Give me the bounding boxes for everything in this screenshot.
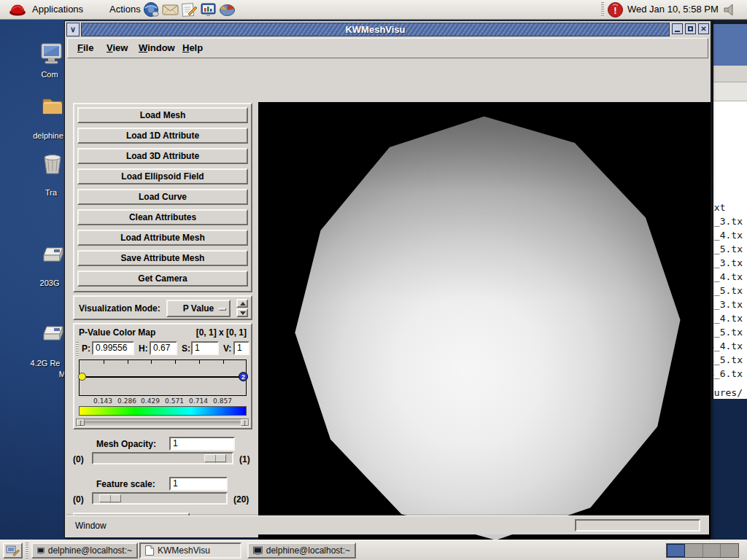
load-1d-attribute-button[interactable]: Load 1D Attribute xyxy=(77,128,248,144)
disk-42g-label-line2[interactable]: Me xyxy=(20,370,70,378)
disk-42g-label-line1[interactable]: 4.2G Re xyxy=(20,359,70,368)
p-field-label: P: xyxy=(82,343,90,354)
load-attribute-mesh-button[interactable]: Load Attribute Mesh xyxy=(77,230,248,246)
workspace-2[interactable] xyxy=(685,544,703,557)
task-kwmeshvisu[interactable]: KWMeshVisu xyxy=(139,542,241,559)
mesh-opacity-input[interactable]: 1 xyxy=(169,437,235,451)
maximize-button[interactable] xyxy=(685,23,696,34)
h-field-input[interactable]: 0.67 xyxy=(150,341,177,355)
terminal-line: 3_4.tx xyxy=(712,313,747,324)
editor-tick xyxy=(104,360,104,364)
clock[interactable]: Wed Jan 10, 5:58 PM xyxy=(627,0,719,19)
load-curve-button[interactable]: Load Curve xyxy=(77,189,248,205)
terminal-line: 4_5.tx xyxy=(712,354,747,365)
range-slider-track[interactable] xyxy=(85,421,241,424)
mesh-opacity-slider-handle[interactable] xyxy=(204,454,226,462)
colormap-gradient-bar xyxy=(79,406,247,416)
arrow-up-icon xyxy=(240,302,246,306)
word-processor-launcher-icon[interactable] xyxy=(181,1,198,18)
disk-203g-icon[interactable] xyxy=(41,245,66,265)
pie-chart-launcher-icon[interactable] xyxy=(219,1,236,18)
applications-menu[interactable]: Applications xyxy=(29,0,86,19)
axis-tick-label: 0.571 xyxy=(162,397,187,405)
terminal-toolbar[interactable] xyxy=(713,82,747,101)
load-mesh-button[interactable]: Load Mesh xyxy=(77,107,248,123)
menu-help[interactable]: Help xyxy=(182,39,203,58)
range-handle-right[interactable]: [ xyxy=(241,419,249,426)
load-3d-attribute-button[interactable]: Load 3D Attribute xyxy=(77,148,248,164)
control-point-end[interactable]: 2 xyxy=(239,372,248,381)
trash-icon[interactable] xyxy=(41,152,64,176)
s-field-label: S: xyxy=(182,343,190,354)
delphine-folder-icon[interactable] xyxy=(41,95,64,117)
mesh-opacity-slider[interactable] xyxy=(92,452,233,464)
statusbar: Window xyxy=(66,516,709,534)
menu-view[interactable]: View xyxy=(107,39,128,58)
load-ellipsoid-field-button[interactable]: Load Ellipsoid Field xyxy=(77,168,248,184)
close-icon: ✕ xyxy=(699,24,708,34)
terminal-titlebar[interactable] xyxy=(713,24,747,66)
feature-scale-input[interactable]: 1 xyxy=(169,477,228,491)
save-attribute-mesh-button[interactable]: Save Attribute Mesh xyxy=(77,250,248,266)
feature-scale-slider-handle[interactable] xyxy=(99,494,121,502)
document-icon xyxy=(145,545,154,556)
workspace-3[interactable] xyxy=(703,544,721,557)
task-label: delphine@localhost:~ xyxy=(266,545,350,556)
background-terminal-window[interactable]: txt 1_3.tx 1_4.tx 1_5.tx 2_3.tx 2_4.tx 2… xyxy=(712,20,747,399)
terminal-menubar[interactable] xyxy=(713,66,747,82)
delphine-folder-label[interactable]: delphine xyxy=(26,131,70,140)
s-field-input[interactable]: 1 xyxy=(191,341,219,355)
redhat-menu-icon[interactable] xyxy=(9,2,26,18)
transfer-function-line xyxy=(80,376,246,378)
web-browser-launcher-icon[interactable] xyxy=(143,1,160,18)
minimize-button[interactable] xyxy=(672,23,683,34)
terminal-line: 3_3.tx xyxy=(712,299,747,310)
terminal-icon xyxy=(253,546,263,556)
axis-tick-label: 0.286 xyxy=(115,397,139,405)
mode-spin-up-button[interactable] xyxy=(236,299,248,308)
computer-icon[interactable] xyxy=(39,42,64,66)
task-terminal-1[interactable]: delphine@localhost:~ xyxy=(31,542,138,559)
terminal-line: 4_6.tx xyxy=(712,368,747,379)
render-viewport[interactable] xyxy=(258,102,711,553)
show-desktop-button[interactable] xyxy=(3,542,23,559)
mode-spin-down-button[interactable] xyxy=(236,308,248,317)
close-button[interactable]: ✕ xyxy=(698,23,709,34)
email-launcher-icon[interactable] xyxy=(162,1,179,18)
panel-grip-handle[interactable] xyxy=(601,2,604,18)
actions-menu[interactable]: Actions xyxy=(107,0,144,19)
disk-42g-icon[interactable] xyxy=(41,324,66,344)
colormap-range-slider[interactable]: [ [ xyxy=(76,419,249,427)
visualization-mode-dropdown[interactable]: P Value xyxy=(166,300,231,317)
visualization-mode-label: Visualization Mode: xyxy=(79,303,160,314)
v-field-label: V: xyxy=(223,343,231,354)
clean-attributes-button[interactable]: Clean Attributes xyxy=(77,209,248,225)
workspace-1[interactable] xyxy=(667,544,685,557)
workspace-4[interactable] xyxy=(721,544,738,557)
feature-min-label: (0) xyxy=(73,494,84,505)
presentation-launcher-icon[interactable] xyxy=(200,1,217,18)
terminal-prompt-line: gures/ xyxy=(712,387,747,398)
taskbar-grip-handle[interactable] xyxy=(26,542,28,559)
alert-notification-icon[interactable]: ! xyxy=(607,1,624,18)
colormap-function-editor[interactable]: 2 xyxy=(79,359,247,396)
colormap-title: P-Value Color Map xyxy=(79,327,155,338)
get-camera-button[interactable]: Get Camera xyxy=(77,271,248,287)
feature-scale-label: Feature scale: xyxy=(96,479,155,489)
p-field-input[interactable]: 0.99556 xyxy=(92,341,134,355)
menu-window[interactable]: Window xyxy=(139,39,175,58)
colormap-grip-handle[interactable] xyxy=(76,342,79,357)
range-handle-left[interactable]: [ xyxy=(77,419,85,426)
v-field-input[interactable]: 1 xyxy=(233,341,249,355)
task-terminal-2[interactable]: delphine@localhost:~ xyxy=(247,542,356,559)
speaker-volume-icon[interactable] xyxy=(722,2,738,18)
window-menu-button[interactable]: ∨ xyxy=(66,23,80,36)
feature-scale-slider[interactable] xyxy=(92,492,228,505)
feature-max-label: (20) xyxy=(233,494,249,505)
menu-file[interactable]: File xyxy=(77,39,93,58)
control-point-start[interactable] xyxy=(78,373,86,381)
terminal-line: 2_4.tx xyxy=(712,271,747,282)
workspace-switcher[interactable] xyxy=(666,543,739,558)
editor-tick xyxy=(223,360,224,364)
window-titlebar[interactable]: ∨ KWMeshVisu ✕ xyxy=(66,23,709,36)
